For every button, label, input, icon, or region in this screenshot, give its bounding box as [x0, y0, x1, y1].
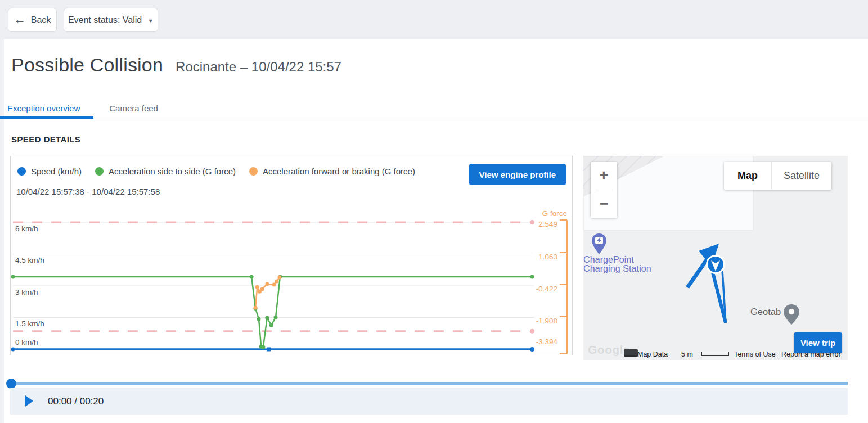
map-scale-label: 5 m [681, 350, 693, 358]
trip-route-trace [687, 244, 726, 323]
keyboard-shortcuts-icon[interactable] [624, 349, 638, 357]
tab-camera-feed[interactable]: Camera feed [102, 101, 165, 116]
back-arrow-icon: ← [14, 14, 26, 25]
zoom-in-button[interactable]: + [591, 162, 617, 190]
page-subtitle: Rocinante – 10/04/22 15:57 [176, 59, 341, 75]
map-data-attribution: Map Data [637, 350, 668, 358]
svg-text:-0.422: -0.422 [536, 285, 557, 293]
svg-text:1.063: 1.063 [538, 253, 557, 261]
event-detail-page: ← Back Event status: Valid ▼ Possible Co… [0, 0, 868, 423]
map-type-toggle: Map Satellite [724, 162, 831, 190]
map-type-satellite-button[interactable]: Satellite [772, 162, 831, 190]
playback-slider-track[interactable] [10, 382, 848, 385]
speed-details-panel: Speed (km/h) Acceleration side to side (… [10, 156, 573, 356]
view-trip-button[interactable]: View trip [794, 332, 842, 353]
map-scale-bar [701, 352, 729, 356]
svg-text:G force: G force [542, 209, 567, 218]
map-type-map-button[interactable]: Map [724, 162, 772, 190]
chargepoint-label-line2: Charging Station [583, 264, 651, 273]
svg-text:1.5 km/h: 1.5 km/h [15, 320, 44, 328]
page-left-gutter [0, 39, 4, 423]
tab-divider [0, 119, 868, 119]
playback-slider-handle[interactable] [6, 379, 16, 389]
chevron-down-icon: ▼ [147, 17, 154, 24]
section-title: SPEED DETAILS [11, 134, 80, 144]
chargepoint-pin-icon[interactable] [592, 233, 606, 254]
event-status-label: Event status: Valid [68, 15, 142, 25]
vehicle-marker-icon [707, 256, 725, 273]
svg-text:6 km/h: 6 km/h [15, 224, 38, 233]
map-panel: + − Map Satellite ChargePoint Charging S… [583, 156, 848, 360]
geotab-label[interactable]: Geotab [750, 307, 781, 317]
page-title: Possible Collision [11, 54, 163, 76]
event-status-dropdown[interactable]: Event status: Valid ▼ [64, 8, 158, 32]
tab-exception-overview[interactable]: Exception overview [0, 101, 87, 116]
chargepoint-label-line1: ChargePoint [583, 255, 651, 264]
top-toolbar: ← Back Event status: Valid ▼ [0, 0, 868, 39]
tab-bar: Exception overview Camera feed [0, 101, 165, 116]
svg-text:-1.908: -1.908 [536, 317, 557, 325]
svg-text:-3.394: -3.394 [536, 338, 558, 346]
chargepoint-label[interactable]: ChargePoint Charging Station [583, 255, 651, 273]
geotab-pin-icon[interactable] [784, 304, 799, 325]
header: Possible Collision Rocinante – 10/04/22 … [11, 54, 341, 76]
back-button-label: Back [31, 15, 51, 25]
speed-chart: 6 km/h4.5 km/h3 km/h1.5 km/h0 km/h2.5491… [11, 156, 573, 356]
playback-time-display: 00:00 / 00:20 [48, 388, 104, 415]
svg-text:4.5 km/h: 4.5 km/h [15, 256, 44, 264]
svg-text:3 km/h: 3 km/h [15, 288, 38, 296]
map-zoom-controls: + − [591, 162, 617, 218]
svg-text:2.549: 2.549 [538, 220, 557, 228]
play-button[interactable] [25, 395, 33, 407]
zoom-out-button[interactable]: − [591, 190, 617, 218]
playback-bar: 00:00 / 00:20 [10, 388, 848, 415]
terms-of-use-link[interactable]: Terms of Use [734, 350, 776, 358]
back-button[interactable]: ← Back [8, 8, 57, 32]
svg-text:0 km/h: 0 km/h [15, 338, 38, 346]
